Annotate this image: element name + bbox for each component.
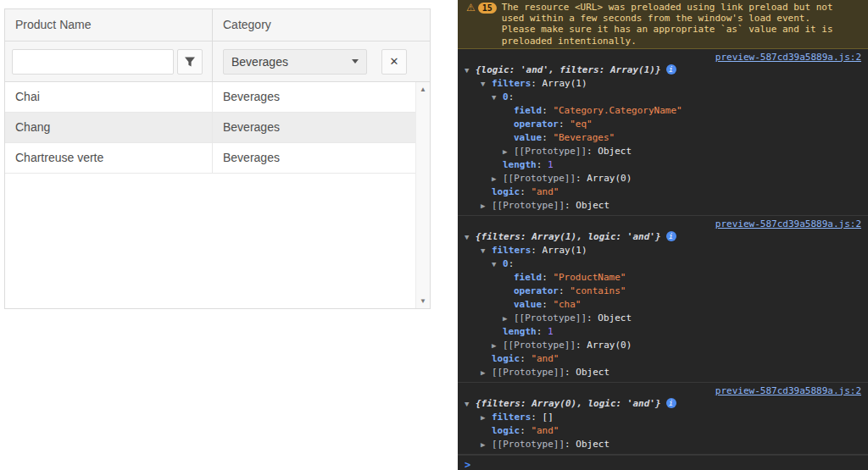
expand-toggle-icon[interactable]: ▶ [503,145,514,158]
grid-scrollbar[interactable]: ▲ ▼ [415,82,430,308]
tree-line: length: 1 [465,158,861,172]
tree-line: ▶[[Prototype]]: Array(0) [465,339,861,352]
preview-line: ▼{filters: Array(1), logic: 'and'}i [465,230,861,244]
table-row[interactable]: ChaiBeverages [5,82,415,113]
table-row[interactable]: ChangBeverages [5,113,415,143]
tree-line: ▶filters: [] [465,411,861,424]
scroll-up-icon[interactable]: ▲ [416,86,430,93]
colon: : [587,312,598,323]
tree-line: ▶[[Prototype]]: Object [465,366,861,379]
property-value: Array(1) [542,78,587,89]
property-value: Object [576,200,609,211]
colon: : [565,200,576,211]
expand-toggle-icon[interactable]: ▼ [465,397,476,411]
product-cell: Chai [5,82,213,112]
colon: : [542,272,553,283]
expand-toggle-icon[interactable]: ▼ [465,64,476,77]
colon: : [542,299,553,310]
warning-icon-group: ⚠ 15 [466,2,497,47]
property-name: [[Prototype]] [514,146,587,157]
property-value: "eq" [570,119,593,130]
expand-toggle-icon[interactable]: ▶ [481,199,492,213]
column-header-product-name[interactable]: Product Name [5,9,213,41]
property-name: value [514,132,542,143]
expand-toggle-icon[interactable]: ▼ [481,244,492,257]
property-name: length [503,326,537,337]
grid-filter-row: Beverages ✕ [5,41,430,82]
product-grid: Product Name Category Beverages [4,8,431,309]
category-filter-clear-button[interactable]: ✕ [381,49,407,75]
property-name: filters [492,245,531,256]
tree-line: field: "ProductName" [465,271,861,285]
colon: : [531,245,542,256]
product-filter-button[interactable] [177,49,203,75]
console-warning[interactable]: ⚠ 15 The resource <URL> was preloaded us… [458,0,868,49]
expand-toggle-icon[interactable]: ▶ [481,438,492,451]
expand-toggle-icon[interactable]: ▶ [503,312,514,325]
colon: : [531,412,542,423]
warning-count-badge: 15 [478,3,497,14]
colon: : [537,159,548,170]
source-link[interactable]: preview-587cd39a5889a.js:2 [715,218,861,229]
console-entry: preview-587cd39a5889a.js:2▼{filters: Arr… [458,216,868,383]
property-value: Array(0) [587,173,632,184]
expand-toggle-icon[interactable]: ▼ [492,91,503,104]
expand-toggle-icon[interactable]: ▶ [492,339,503,352]
expand-toggle-icon[interactable]: ▼ [465,230,476,244]
property-value: [] [542,412,554,423]
colon: : [565,439,576,450]
funnel-icon [184,56,196,68]
property-name: 0 [503,91,509,102]
colon: : [537,326,548,337]
property-value: "Beverages" [553,132,615,143]
property-value: "and" [531,425,559,436]
info-icon: i [666,64,676,75]
expand-toggle-icon[interactable]: ▶ [481,366,492,379]
expand-toggle-icon[interactable]: ▼ [492,257,503,271]
tree-line: ▶[[Prototype]]: Array(0) [465,172,861,185]
expand-toggle-icon[interactable]: ▶ [481,411,492,424]
tree-line: value: "cha" [465,298,861,312]
console-prompt[interactable]: > [458,455,868,470]
object-preview: {filters: Array(1), logic: 'and'} [476,231,661,242]
property-name: [[Prototype]] [503,340,576,351]
source-link[interactable]: preview-587cd39a5889a.js:2 [715,385,861,396]
property-name: length [503,159,537,170]
info-icon: i [666,398,676,408]
page: Product Name Category Beverages [0,0,868,470]
info-icon: i [666,231,676,241]
property-name: 0 [503,258,509,269]
scroll-down-icon[interactable]: ▼ [416,297,430,305]
colon: : [587,146,598,157]
property-name: logic [492,353,520,364]
tree-line: ▶[[Prototype]]: Object [465,145,861,158]
colon: : [565,367,576,378]
tree-line: logic: "and" [465,352,861,366]
expand-toggle-icon[interactable]: ▼ [481,77,492,91]
source-line: preview-587cd39a5889a.js:2 [465,385,861,397]
table-row[interactable]: Chartreuse verteBeverages [5,143,415,174]
property-name: [[Prototype]] [503,173,576,184]
source-link[interactable]: preview-587cd39a5889a.js:2 [715,52,861,63]
tree-line: field: "Category.CategoryName" [465,104,861,118]
column-header-category[interactable]: Category [213,9,430,41]
property-value: Object [576,367,609,378]
expand-toggle-icon[interactable]: ▶ [492,172,503,185]
prompt-chevron-icon: > [465,459,470,470]
tree-line: ▼0: [465,91,861,104]
colon: : [559,285,570,296]
category-filter-dropdown[interactable]: Beverages [223,49,367,75]
property-value: 1 [548,159,554,170]
colon: : [542,132,553,143]
category-cell: Beverages [213,113,415,142]
property-name: operator [514,285,559,296]
product-filter-input[interactable] [12,49,174,75]
property-name: [[Prototype]] [492,367,565,378]
preview-line: ▼{filters: Array(0), logic: 'and'}i [465,397,861,411]
console-entry: preview-587cd39a5889a.js:2▼{logic: 'and'… [458,49,868,216]
property-value: "and" [531,353,559,364]
colon: : [576,173,587,184]
colon: : [520,353,531,364]
property-value: 1 [548,326,554,337]
grid-header-row: Product Name Category [5,9,430,41]
